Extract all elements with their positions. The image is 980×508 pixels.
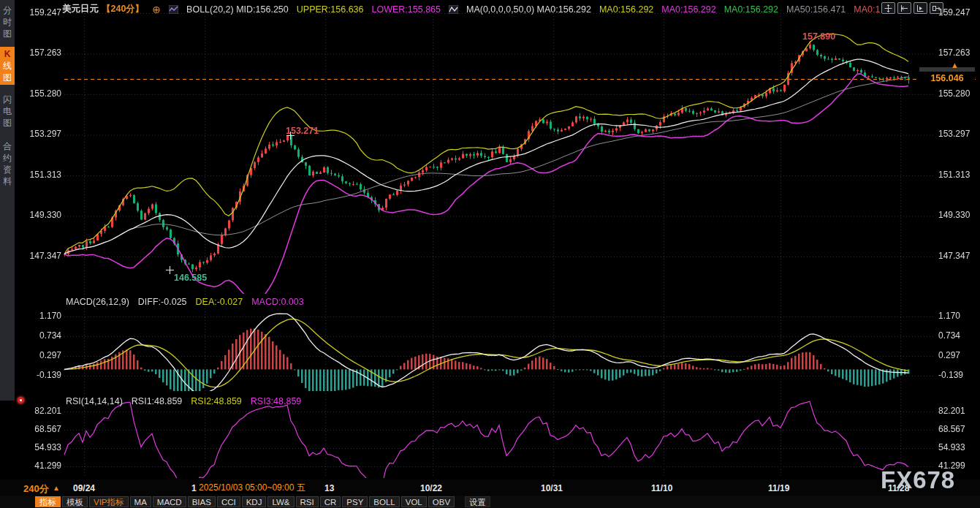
tab-vip-indicator[interactable]: VIP指标 <box>89 496 129 507</box>
pan-icon[interactable] <box>881 2 895 14</box>
date-tick: 09/24 <box>73 483 95 493</box>
price-chart-canvas[interactable] <box>0 0 980 479</box>
period-up-arrow-icon[interactable]: ▲ <box>53 484 60 492</box>
left-sidebar: 分时图 K线图 闪电图 合约资料 <box>0 0 15 401</box>
boll-study-icon <box>169 5 178 14</box>
tab-kdj[interactable]: KDJ <box>242 496 267 507</box>
price-tick: 151.313 <box>30 170 61 180</box>
macd-tick: -0.139 <box>37 370 61 380</box>
compare-add-icon[interactable]: ⊕ <box>152 4 161 15</box>
rsi-panel-header: RSI(14,14,14) RSI1:48.859 RSI2:48.859 RS… <box>66 396 301 406</box>
tab-cci[interactable]: CCI <box>217 496 240 507</box>
time-axis: 240分 ▲ 09/24 1 2025/10/03 05:00~09:00 五 … <box>0 479 980 496</box>
ma0-green-value: MA0:156.292 <box>724 4 778 15</box>
period-label: 【240分】 <box>102 3 144 15</box>
macd-name: MACD(26,12,9) <box>66 297 129 307</box>
macd-macd-value: MACD:0.003 <box>251 297 304 307</box>
boll-values: BOLL(20,2) MID:156.250 <box>186 4 289 15</box>
tab-vol[interactable]: VOL <box>401 496 427 507</box>
boll-lower-value: LOWER:155.865 <box>372 4 441 15</box>
rsi3-value: RSI3:48.859 <box>251 396 302 406</box>
ma-values: MA(0,0,0,0,50,0) MA0:156.292 <box>466 4 591 15</box>
sidebar-item-lightning-chart[interactable]: 闪电图 <box>2 94 12 129</box>
date-tick-obscured: 1 <box>191 483 197 493</box>
macd-tick: 0.734 <box>938 330 960 341</box>
rsi-tick: 82.201 <box>938 406 965 416</box>
tab-bias[interactable]: BIAS <box>188 496 216 507</box>
sidebar-item-time-chart[interactable]: 分时图 <box>2 4 12 39</box>
rsi-tick: 82.201 <box>34 406 61 416</box>
tab-boll[interactable]: BOLL <box>369 496 399 507</box>
macd-diff-value: DIFF:-0.025 <box>138 297 187 307</box>
price-tick: 147.347 <box>938 251 970 261</box>
sidebar-item-kline-chart[interactable]: K线图 <box>0 47 15 85</box>
macd-panel-header: MACD(26,12,9) DIFF:-0.025 DEA:-0.027 MAC… <box>66 297 304 307</box>
tab-indicator[interactable]: 指标 <box>35 496 61 507</box>
tab-settings[interactable]: 设置 <box>465 496 490 507</box>
price-tick: 159.247 <box>30 7 61 18</box>
ma0-red-value: MA0:1 <box>854 4 880 15</box>
macd-tick: 0.297 <box>39 350 61 360</box>
price-tick: 157.263 <box>938 48 970 58</box>
chart-window-controls <box>881 2 943 14</box>
high-price-annotation: 157.890 <box>802 31 835 42</box>
price-tick: 151.313 <box>938 170 970 180</box>
tab-ma[interactable]: MA <box>130 496 151 507</box>
date-tick: 10/31 <box>541 483 563 493</box>
ma0-magenta-value: MA0:156.292 <box>661 4 715 15</box>
price-tick: 147.347 <box>30 251 61 261</box>
bar-time-tooltip: 2025/10/03 05:00~09:00 五 <box>197 482 307 493</box>
price-tick: 157.263 <box>30 48 61 58</box>
price-tick: 153.297 <box>30 129 61 139</box>
latest-price-pin-icon[interactable]: ▲ <box>951 61 959 69</box>
macd-tick: 1.170 <box>39 311 61 321</box>
tab-rsi[interactable]: RSI <box>296 496 319 507</box>
rsi-tick: 68.567 <box>938 424 965 434</box>
zoom-in-icon[interactable] <box>913 2 927 14</box>
last-price-label: 156.046 <box>919 72 975 85</box>
ma-study-icon <box>449 5 458 14</box>
price-tick: 153.297 <box>938 129 970 139</box>
rsi-name: RSI(14,14,14) <box>66 396 123 406</box>
macd-tick: 0.297 <box>938 350 960 360</box>
chart-header: 美元日元 【240分】 ⊕ BOLL(20,2) MID:156.250 UPP… <box>62 3 880 15</box>
zoom-out-icon[interactable] <box>897 2 911 14</box>
price-tick: 155.280 <box>30 88 61 99</box>
rsi1-value: RSI1:48.859 <box>132 396 183 406</box>
indicator-toolbar: 指标 模板 VIP指标 MA MACD BIAS CCI KDJ LW& RSI… <box>0 496 980 508</box>
tab-template[interactable]: 模板 <box>62 496 88 507</box>
crosshair-marker-icon <box>286 132 295 140</box>
price-tick: 159.247 <box>938 7 970 18</box>
tab-macd[interactable]: MACD <box>153 496 186 507</box>
left-axis: 159.247 157.263 155.280 153.297 151.313 … <box>16 0 61 482</box>
price-tick: 149.330 <box>938 210 970 220</box>
rsi-tick: 54.933 <box>938 442 965 452</box>
rsi-tick: 68.567 <box>34 424 61 434</box>
symbol-name: 美元日元 <box>62 3 99 15</box>
tab-lwr[interactable]: LW& <box>267 496 294 507</box>
tab-cr[interactable]: CR <box>320 496 341 507</box>
boll-upper-value: UPPER:156.636 <box>297 4 364 15</box>
fx678-watermark: FX678 <box>881 466 955 494</box>
date-tick: 11/19 <box>768 483 789 493</box>
macd-dea-value: DEA:-0.027 <box>196 297 243 307</box>
price-tick: 149.330 <box>30 210 61 220</box>
rsi-tick: 54.933 <box>34 442 61 452</box>
macd-tick: -0.139 <box>938 370 963 380</box>
macd-tick: 1.170 <box>938 311 960 321</box>
sidebar-item-contract-info[interactable]: 合约资料 <box>2 140 12 187</box>
date-tick-obscured: 13 <box>324 483 334 493</box>
price-tick: 155.280 <box>938 88 970 99</box>
low-price-annotation: 146.585 <box>174 273 207 283</box>
tab-psy[interactable]: PSY <box>342 496 368 507</box>
macd-tick: 0.734 <box>39 330 61 341</box>
date-tick: 11/10 <box>651 483 672 493</box>
rsi-tick: 41.299 <box>34 460 61 471</box>
crosshair-marker-icon <box>166 266 174 274</box>
ma50-value: MA50:156.471 <box>786 4 846 15</box>
tab-obv[interactable]: OBV <box>428 496 455 507</box>
date-tick: 10/22 <box>420 483 442 493</box>
rsi2-value: RSI2:48.859 <box>191 396 242 406</box>
period-selector[interactable]: 240分 <box>23 482 49 496</box>
ma0-yellow-value: MA0:156.292 <box>599 4 653 15</box>
